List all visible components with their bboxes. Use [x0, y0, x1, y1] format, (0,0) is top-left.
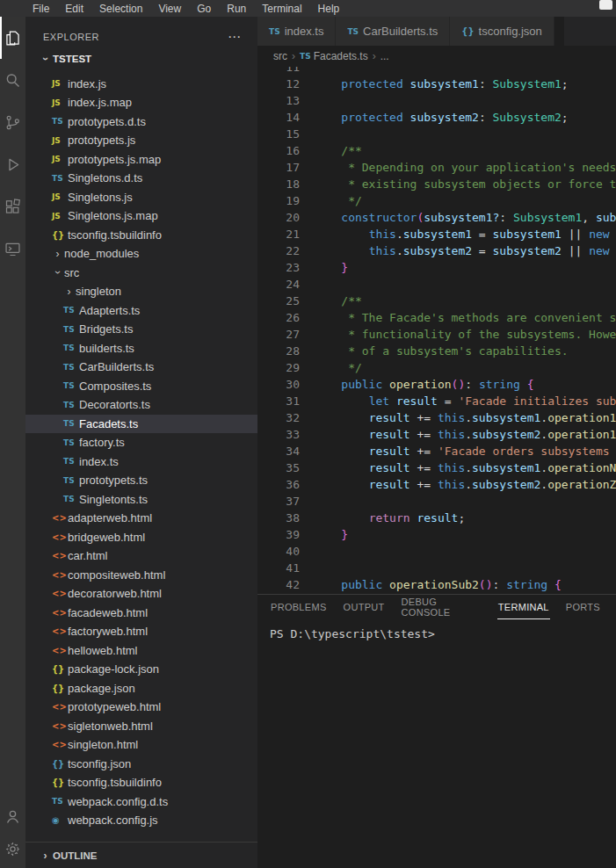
tree-item-Singletons.d.ts[interactable]: TSSingletons.d.ts — [25, 169, 257, 188]
menu-item-file[interactable]: File — [25, 0, 57, 17]
tree-item-prototypets.js[interactable]: JSprototypets.js — [25, 131, 257, 150]
code-editor[interactable]: 1112 protected subsystem1: Subsystem1;13… — [257, 67, 616, 594]
settings-gear-icon[interactable] — [0, 833, 25, 865]
tree-item-index.js.map[interactable]: JSindex.js.map — [25, 93, 257, 112]
tree-item-prototypets.js.map[interactable]: JSprototypets.js.map — [25, 150, 257, 170]
panel-tab-output[interactable]: OUTPUT — [343, 595, 386, 619]
menu-item-go[interactable]: Go — [189, 0, 219, 17]
tree-item-Bridgets.ts[interactable]: TSBridgets.ts — [25, 320, 257, 339]
tree-item-Singletonts.ts[interactable]: TSSingletonts.ts — [25, 490, 257, 510]
breadcrumb-label: ... — [380, 50, 389, 62]
terminal[interactable]: PS D:\typescript\tstest> — [257, 619, 616, 868]
tree-item-index.ts[interactable]: TSindex.ts — [25, 452, 257, 472]
line-number: 20 — [257, 209, 300, 226]
menu-item-view[interactable]: View — [150, 0, 189, 17]
code-text: this.subsystem1 = subsystem1 || new — [300, 226, 616, 242]
run-debug-icon[interactable] — [0, 143, 25, 185]
tab-tsconfig.json[interactable]: {}tsconfig.json — [450, 17, 554, 46]
source-control-icon[interactable] — [0, 101, 25, 143]
search-icon[interactable] — [0, 59, 25, 101]
tab-CarBuilderts.ts[interactable]: TSCarBuilderts.ts — [336, 17, 450, 46]
tree-item-label: Adapterts.ts — [78, 304, 140, 317]
breadcrumb-item[interactable]: ... — [380, 50, 389, 62]
tree-item-Decoratorts.ts[interactable]: TSDecoratorts.ts — [25, 395, 257, 415]
token — [314, 411, 369, 424]
tree-item-label: Singletons.js.map — [67, 209, 158, 222]
tree-item-car.html[interactable]: <>car.html — [25, 546, 257, 566]
tree-item-tsconfig.tsbuildinfo[interactable]: {}tsconfig.tsbuildinfo — [25, 773, 257, 792]
tree-item-compositeweb.html[interactable]: <>compositeweb.html — [25, 566, 257, 585]
tree-item-label: package.json — [67, 682, 135, 695]
tree-item-label: Decoratorts.ts — [78, 398, 150, 411]
workbench: EXPLORER ⋯ › TSTEST TSindex.d.tsJSindex.… — [0, 17, 616, 868]
menu-item-run[interactable]: Run — [219, 0, 254, 17]
tree-item-src[interactable]: ›src — [25, 264, 257, 283]
panel-tab-problems[interactable]: PROBLEMS — [270, 595, 328, 619]
tree-item-node_modules[interactable]: ›node_modules — [25, 244, 257, 264]
more-actions-button[interactable]: ⋯ — [228, 29, 249, 45]
remote-explorer-icon[interactable] — [0, 228, 25, 270]
tree-item-bridgeweb.html[interactable]: <>bridgeweb.html — [25, 528, 257, 547]
tree-item-singleton[interactable]: ›singleton — [25, 282, 257, 301]
code-text: result += this.subsystem1.operationN — [300, 459, 616, 476]
token — [403, 111, 410, 124]
tree-item-label: facadeweb.html — [67, 606, 148, 619]
tree-item-prototypets.ts[interactable]: TSprototypets.ts — [25, 471, 257, 490]
menu-item-selection[interactable]: Selection — [91, 0, 150, 17]
tree-item-index.js[interactable]: JSindex.js — [25, 75, 257, 94]
tree-item-webpack.config.d.ts[interactable]: TSwebpack.config.d.ts — [25, 792, 257, 812]
tree-item-facadeweb.html[interactable]: <>facadeweb.html — [25, 604, 257, 623]
code-text: * functionality of the subsystems. Howe — [300, 326, 616, 343]
tree-item-prototypets.d.ts[interactable]: TSprototypets.d.ts — [25, 112, 257, 132]
json-file-icon: {} — [52, 778, 67, 787]
code-text: return result; — [300, 510, 465, 526]
code-text — [300, 92, 314, 109]
code-text: let result = 'Facade initializes sub — [300, 393, 616, 409]
tab-index.ts[interactable]: TSindex.ts — [257, 17, 336, 46]
panel-tab-debug-console[interactable]: DEBUG CONSOLE — [401, 595, 482, 619]
explorer-icon[interactable] — [0, 17, 25, 59]
tree-item-Singletons.js[interactable]: JSSingletons.js — [25, 188, 257, 207]
menu-item-help[interactable]: Help — [310, 0, 348, 17]
tree-item-decoratorweb.html[interactable]: <>decoratorweb.html — [25, 584, 257, 604]
editor-area: TSindex.tsTSCarBuilderts.ts{}tsconfig.js… — [257, 17, 616, 868]
panel-tab-terminal[interactable]: TERMINAL — [497, 595, 550, 619]
menu-item-edit[interactable]: Edit — [57, 0, 91, 17]
tree-item-prototypeweb.html[interactable]: <>prototypeweb.html — [25, 698, 257, 717]
code-text — [300, 560, 314, 576]
titlebar-widget[interactable] — [599, 0, 612, 10]
token: subsystem2 — [472, 428, 540, 441]
code-line: 13 — [257, 92, 616, 109]
line-number: 33 — [257, 426, 300, 443]
menu-item-terminal[interactable]: Terminal — [254, 0, 309, 17]
section-header-tstest[interactable]: › TSTEST — [25, 49, 257, 69]
tree-item-Facadets.ts[interactable]: TSFacadets.ts — [25, 415, 257, 434]
tree-item-Singletons.js.map[interactable]: JSSingletons.js.map — [25, 206, 257, 226]
code-text — [300, 276, 314, 293]
tree-item-adapterweb.html[interactable]: <>adapterweb.html — [25, 509, 257, 528]
tree-item-helloweb.html[interactable]: <>helloweb.html — [25, 641, 257, 661]
tree-item-package-lock.json[interactable]: {}package-lock.json — [25, 660, 257, 679]
panel-tab-ports[interactable]: PORTS — [565, 595, 601, 619]
tree-item-package.json[interactable]: {}package.json — [25, 679, 257, 698]
token: = — [472, 228, 492, 241]
token: constructor — [341, 211, 417, 224]
tree-item-builderts.ts[interactable]: TSbuilderts.ts — [25, 339, 257, 358]
breadcrumb-item[interactable]: TSFacadets.ts — [300, 50, 368, 62]
tree-item-CarBuilderts.ts[interactable]: TSCarBuilderts.ts — [25, 358, 257, 377]
account-icon[interactable] — [0, 800, 25, 833]
tree-item-tsconfig.tsbuildinfo[interactable]: {}tsconfig.tsbuildinfo — [25, 226, 257, 245]
breadcrumb-item[interactable]: src — [273, 50, 287, 62]
tree-item-factory.ts[interactable]: TSfactory.ts — [25, 433, 257, 452]
tree-item-singleton.html[interactable]: <>singleton.html — [25, 735, 257, 755]
tree-item-factoryweb.html[interactable]: <>factoryweb.html — [25, 622, 257, 641]
outline-section[interactable]: › OUTLINE — [25, 842, 257, 868]
token: . — [540, 428, 547, 441]
tree-item-sigletonweb.html[interactable]: <>sigletonweb.html — [25, 717, 257, 736]
extensions-icon[interactable] — [0, 185, 25, 228]
tree-item-tsconfig.json[interactable]: {}tsconfig.json — [25, 755, 257, 774]
tree-item-Adapterts.ts[interactable]: TSAdapterts.ts — [25, 301, 257, 321]
tree-item-label: car.html — [67, 549, 108, 562]
tree-item-Composites.ts[interactable]: TSComposites.ts — [25, 377, 257, 396]
tree-item-webpack.config.js[interactable]: ◉webpack.config.js — [25, 811, 257, 830]
